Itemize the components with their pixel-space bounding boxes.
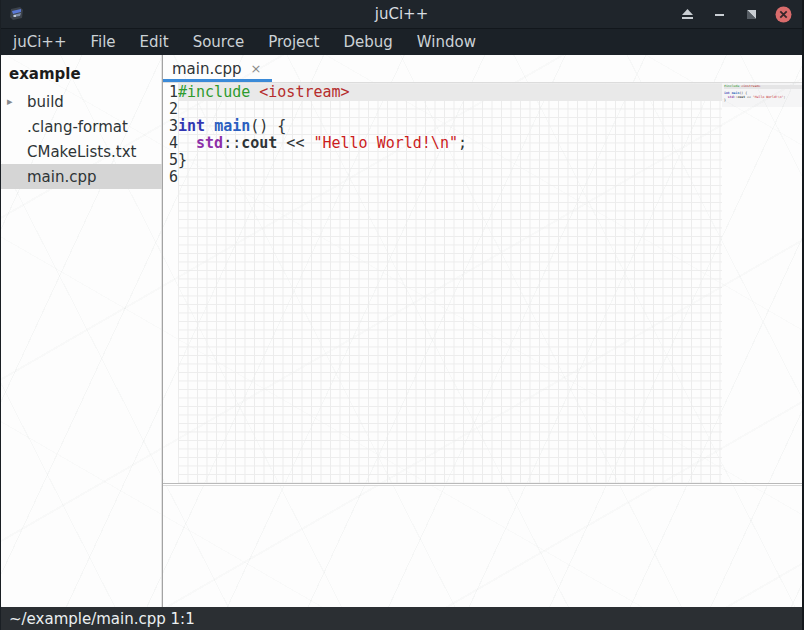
maximize-icon[interactable] [742,5,760,23]
main-area: example ▸build.clang-formatCMakeLists.tx… [1,55,802,607]
app-logo-icon [8,5,26,23]
menu-item-source[interactable]: Source [181,29,257,55]
status-file-position: ~/example/main.cpp 1:1 [9,610,195,628]
tree-item--clang-format[interactable]: .clang-format [1,114,162,139]
menu-item-edit[interactable]: Edit [128,29,181,55]
code-line-4: std::cout << "Hello World!\n"; [178,135,722,152]
tree-item-label: .clang-format [27,118,128,136]
content-pane: main.cpp × 123456 #include <iostream> in… [163,55,802,607]
tabbar: main.cpp × [163,55,802,83]
terminal-pane[interactable] [163,486,802,607]
gutter-line-number: 4 [163,135,178,152]
expander-icon[interactable]: ▸ [7,95,25,108]
minimize-icon[interactable] [710,5,728,23]
gutter-line-number: 6 [163,169,178,186]
tree-item-label: build [27,93,64,111]
menubar: juCi++FileEditSourceProjectDebugWindow [1,28,802,55]
menu-item-project[interactable]: Project [256,29,331,55]
tree-item-label: main.cpp [27,168,97,186]
minimap[interactable]: #include <iostream> int main() { std::co… [722,83,802,483]
window-controls [678,5,802,23]
menu-item-debug[interactable]: Debug [331,29,404,55]
menu-item-window[interactable]: Window [405,29,488,55]
close-icon[interactable] [774,5,792,23]
menu-item-file[interactable]: File [78,29,127,55]
tab-main-cpp[interactable]: main.cpp × [163,55,272,82]
statusbar: ~/example/main.cpp 1:1 [1,607,802,630]
code-line-3: int main() { [178,118,722,135]
menu-item-juci[interactable]: juCi++ [1,29,78,55]
code-line-5: } [178,152,722,169]
app-window: juCi++ [0,0,804,630]
minimap-viewport[interactable] [722,83,802,107]
tree-item-build[interactable]: ▸build [1,89,162,114]
code-editor[interactable]: 123456 #include <iostream> int main() { … [163,83,802,483]
gutter-line-number: 3 [163,118,178,135]
code-line-1: #include <iostream> [178,84,722,101]
gutter-line-number: 2 [163,101,178,118]
tab-close-icon[interactable]: × [251,61,262,76]
tree-item-cmakelists-txt[interactable]: CMakeLists.txt [1,139,162,164]
tab-label: main.cpp [172,60,242,78]
code-area[interactable]: #include <iostream> int main() { std::co… [178,83,722,483]
gutter-line-number: 5 [163,152,178,169]
tree-item-label: CMakeLists.txt [27,143,136,161]
file-tree-sidebar: example ▸build.clang-formatCMakeLists.tx… [1,55,163,607]
titlebar: juCi++ [1,0,802,28]
code-line-6 [178,169,722,186]
tree-item-main-cpp[interactable]: main.cpp [1,164,162,189]
tree-root-label: example [1,59,162,89]
gutter-line-number: 1 [163,84,178,101]
code-line-2 [178,101,722,118]
shade-icon[interactable] [678,5,696,23]
line-number-gutter: 123456 [163,83,178,483]
